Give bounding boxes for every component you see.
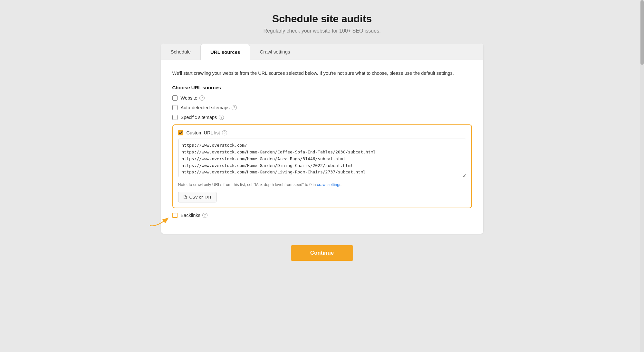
custom-url-checkbox[interactable] bbox=[178, 130, 183, 135]
section-title: Choose URL sources bbox=[172, 85, 472, 90]
tab-bar: Schedule URL sources Crawl settings bbox=[161, 44, 483, 60]
custom-url-label: Custom URL list ? bbox=[187, 130, 227, 135]
checkbox-specific-sitemaps: Specific sitemaps ? bbox=[172, 115, 472, 120]
website-label: Website bbox=[181, 95, 197, 101]
custom-url-box: Custom URL list ? https://www.overstock.… bbox=[172, 124, 472, 208]
website-help-icon[interactable]: ? bbox=[199, 95, 205, 101]
backlinks-label: Backlinks bbox=[181, 213, 200, 218]
backlinks-help-icon[interactable]: ? bbox=[202, 213, 207, 218]
arrow-annotation bbox=[147, 210, 172, 230]
crawl-settings-link[interactable]: crawl settings bbox=[317, 182, 341, 187]
scrollbar-thumb bbox=[640, 0, 644, 65]
website-checkbox[interactable] bbox=[172, 95, 178, 101]
note-text: Note: to crawl only URLs from this list,… bbox=[178, 182, 466, 188]
specific-sitemaps-checkbox[interactable] bbox=[172, 115, 178, 120]
csv-icon bbox=[183, 195, 187, 199]
page-subtitle: Regularly check your website for 100+ SE… bbox=[263, 28, 380, 34]
auto-sitemaps-help-icon[interactable]: ? bbox=[232, 105, 237, 110]
specific-sitemaps-label: Specific sitemaps bbox=[181, 115, 217, 120]
description-text: We'll start crawling your website from t… bbox=[172, 70, 472, 77]
auto-sitemaps-checkbox[interactable] bbox=[172, 105, 178, 110]
custom-url-header: Custom URL list ? bbox=[178, 130, 466, 135]
tab-schedule[interactable]: Schedule bbox=[161, 44, 201, 60]
custom-url-help-icon[interactable]: ? bbox=[222, 130, 227, 135]
backlinks-row: Backlinks ? bbox=[172, 213, 472, 218]
checkbox-auto-sitemaps: Auto-detected sitemaps ? bbox=[172, 105, 472, 110]
tab-url-sources[interactable]: URL sources bbox=[200, 44, 250, 60]
continue-btn-wrapper: Continue bbox=[291, 245, 353, 261]
card-body: We'll start crawling your website from t… bbox=[161, 60, 483, 234]
main-card: Schedule URL sources Crawl settings We'l… bbox=[161, 44, 483, 234]
continue-button[interactable]: Continue bbox=[291, 245, 353, 261]
url-textarea[interactable]: https://www.overstock.com/ https://www.o… bbox=[178, 139, 466, 177]
tab-crawl-settings[interactable]: Crawl settings bbox=[250, 44, 300, 60]
backlinks-checkbox[interactable] bbox=[172, 213, 178, 218]
page-title: Schedule site audits bbox=[272, 13, 372, 25]
auto-sitemaps-label: Auto-detected sitemaps bbox=[181, 105, 230, 110]
annotation-arrow bbox=[147, 210, 172, 229]
specific-sitemaps-help-icon[interactable]: ? bbox=[219, 115, 224, 120]
checkbox-website: Website ? bbox=[172, 95, 472, 101]
csv-btn[interactable]: CSV or TXT bbox=[178, 192, 217, 202]
page-scrollbar[interactable] bbox=[640, 0, 644, 352]
